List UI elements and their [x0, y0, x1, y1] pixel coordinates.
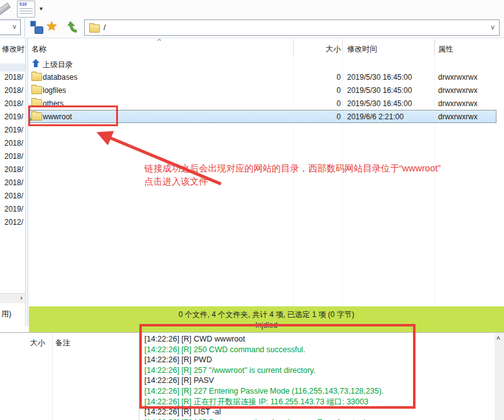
queue-column-divider: [52, 333, 53, 420]
local-row[interactable]: 2019/: [0, 124, 23, 137]
file-modified: 2019/6/6 2:21:00: [347, 112, 404, 121]
pane-splitter[interactable]: [25, 38, 28, 326]
chevron-down-icon[interactable]: ∨: [490, 23, 495, 31]
remote-path-bar[interactable]: / ∨: [84, 19, 500, 36]
folder-icon: [89, 24, 100, 33]
annotation-line2: 点击进入该文件: [144, 175, 504, 188]
annotation-box-log: [139, 324, 416, 409]
local-row[interactable]: 2018/: [0, 97, 23, 110]
file-name: logfiles: [43, 86, 66, 95]
annotation-box-wwwroot: [28, 105, 118, 126]
parent-dir-up-icon: [31, 59, 40, 70]
folder-icon: [31, 86, 42, 94]
local-row[interactable]: 2018/: [0, 137, 23, 150]
file-size: 0: [267, 99, 341, 108]
local-horizontal-scrollbar[interactable]: ›: [0, 293, 25, 303]
file-modified: 2019/5/30 16:45:00: [347, 86, 412, 95]
local-row[interactable]: 2018/: [0, 176, 23, 190]
file-row[interactable]: logfiles 0 2019/5/30 16:45:00 drwxrwxrwx: [29, 83, 504, 97]
local-row[interactable]: 2019/: [0, 203, 23, 216]
local-row[interactable]: 2018/: [0, 84, 23, 97]
file-row-parent-dir[interactable]: 上级目录: [29, 57, 504, 70]
file-attrs: drwxrwxrwx: [438, 73, 478, 82]
folder-icon: [31, 73, 42, 81]
local-pane: 修改时 2018/ 2018/ 2018/ 2019/ 2019/ 2018/ …: [0, 39, 25, 306]
toolbar-dropdown-caret-icon[interactable]: ▾: [40, 5, 43, 12]
file-attrs: drwxrwxrwx: [438, 112, 478, 121]
queue-column-size[interactable]: 大小: [6, 338, 45, 348]
file-name: databases: [43, 73, 77, 82]
go-up-refresh-icon[interactable]: [65, 20, 79, 36]
local-row[interactable]: 2018/: [0, 71, 23, 84]
local-row[interactable]: 2018/: [0, 150, 23, 163]
file-attrs: drwxrwxrwx: [438, 86, 478, 95]
file-row[interactable]: databases 0 2019/5/30 16:45:00 drwxrwxrw…: [29, 70, 504, 83]
file-size: 0: [267, 112, 341, 121]
folder-compare-icon[interactable]: [30, 21, 43, 34]
local-row[interactable]: 2018/: [0, 163, 23, 176]
file-attrs: drwxrwxrwx: [438, 99, 478, 108]
address-combobox[interactable]: ∨: [0, 19, 21, 35]
local-status-text: 用): [1, 309, 11, 320]
file-size: 0: [267, 86, 341, 95]
annotation-text: 链接成功之后会出现对应的网站的目录，西部数码网站目录位于“wwwroot” 点击…: [144, 162, 504, 188]
chevron-down-icon[interactable]: ∨: [12, 23, 17, 31]
edit-icon[interactable]: [0, 1, 13, 17]
column-header-attrs[interactable]: 属性: [438, 44, 453, 55]
toolbar-navigation: ∨ ★ / ∨: [0, 18, 504, 38]
file-modified: 2019/5/30 16:45:00: [347, 73, 412, 82]
scroll-right-icon[interactable]: ›: [20, 294, 23, 301]
favorites-star-icon[interactable]: ★: [46, 18, 58, 33]
remote-path-value[interactable]: /: [104, 23, 105, 32]
column-header-name[interactable]: 名称: [31, 44, 46, 55]
file-modified: 2019/5/30 16:45:00: [347, 99, 412, 108]
local-row[interactable]: 2012/: [0, 216, 23, 229]
column-header-size[interactable]: 大小: [267, 44, 341, 55]
queue-pane: 大小 备注: [0, 333, 139, 420]
binary-icon-label: 010: [19, 2, 27, 6]
sort-ascending-icon: ^: [158, 39, 161, 45]
local-row[interactable]: 2018/: [0, 190, 23, 203]
column-header-modified[interactable]: 修改时间: [347, 44, 377, 55]
log-scrollbar[interactable]: ^: [495, 333, 504, 420]
binary-view-icon[interactable]: 010: [17, 1, 35, 18]
toolbar-separator: [24, 18, 25, 37]
queue-column-note[interactable]: 备注: [55, 338, 70, 348]
annotation-line1: 链接成功之后会出现对应的网站的目录，西部数码网站目录位于“wwwroot”: [144, 162, 504, 175]
scroll-up-icon[interactable]: ^: [496, 336, 500, 343]
toolbar-top: 010 ▾: [0, 0, 504, 18]
local-row[interactable]: 2019/: [0, 110, 23, 124]
local-column-modified[interactable]: 修改时: [2, 44, 25, 55]
remote-status-summary: 0 个文件, 4 个文件夹, 共计 4 项, 已选定 1 项 (0 字节): [178, 310, 354, 320]
file-size: 0: [267, 73, 341, 82]
log-line: [14:22:26] [R] 125 Data connection alrea…: [144, 417, 495, 420]
file-name: 上级目录: [43, 60, 73, 70]
